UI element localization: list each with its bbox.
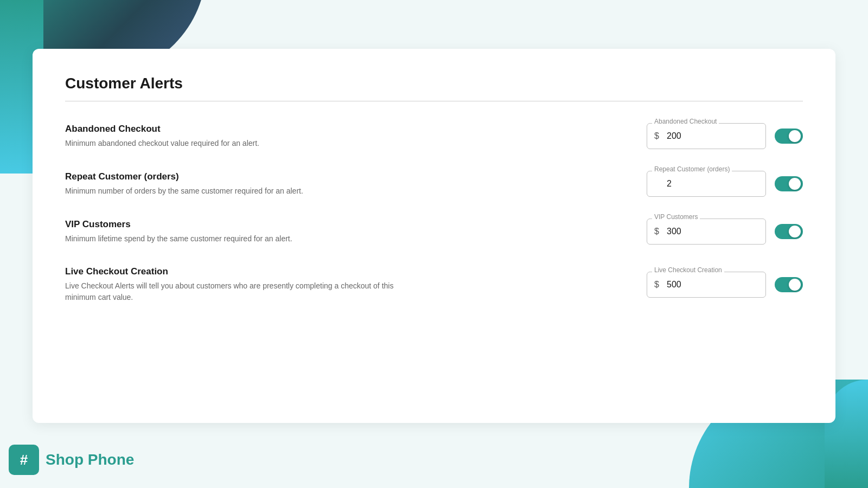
input-wrapper-live-checkout: Live Checkout Creation$ (647, 272, 766, 298)
input-field-repeat-customer[interactable] (647, 171, 766, 197)
toggle-track-abandoned-checkout (775, 129, 803, 144)
alert-title-vip-customers: VIP Customers (65, 219, 647, 230)
input-prefix-vip-customers: $ (654, 227, 659, 236)
input-wrapper-repeat-customer: Repeat Customer (orders) (647, 171, 766, 197)
alert-controls-abandoned-checkout: Abandoned Checkout$ (647, 123, 803, 149)
page-title: Customer Alerts (65, 75, 803, 92)
alert-title-abandoned-checkout: Abandoned Checkout (65, 124, 647, 134)
alert-description-repeat-customer: Minimum number of orders by the same cus… (65, 185, 401, 197)
alert-controls-live-checkout: Live Checkout Creation$ (647, 272, 803, 298)
alert-info-vip-customers: VIP CustomersMinimum lifetime spend by t… (65, 219, 647, 245)
input-wrapper-vip-customers: VIP Customers$ (647, 219, 766, 245)
brand-icon: # (9, 445, 39, 475)
input-label-abandoned-checkout: Abandoned Checkout (652, 118, 719, 125)
alert-title-live-checkout: Live Checkout Creation (65, 266, 647, 277)
input-wrapper-abandoned-checkout: Abandoned Checkout$ (647, 123, 766, 149)
toggle-thumb-repeat-customer (789, 178, 801, 190)
toggle-thumb-abandoned-checkout (789, 130, 801, 142)
input-prefix-live-checkout: $ (654, 280, 659, 290)
toggle-track-live-checkout (775, 277, 803, 292)
alert-controls-repeat-customer: Repeat Customer (orders) (647, 171, 803, 197)
alert-description-live-checkout: Live Checkout Alerts will tell you about… (65, 280, 401, 303)
input-label-vip-customers: VIP Customers (652, 213, 700, 221)
toggle-vip-customers[interactable] (775, 224, 803, 239)
input-label-live-checkout: Live Checkout Creation (652, 266, 724, 274)
alert-row-abandoned-checkout: Abandoned CheckoutMinimum abandoned chec… (65, 123, 803, 149)
input-field-abandoned-checkout[interactable] (647, 123, 766, 149)
main-card: Customer Alerts Abandoned CheckoutMinimu… (33, 49, 835, 423)
alerts-container: Abandoned CheckoutMinimum abandoned chec… (65, 123, 803, 303)
toggle-live-checkout[interactable] (775, 277, 803, 292)
title-divider (65, 101, 803, 101)
toggle-thumb-live-checkout (789, 279, 801, 291)
input-label-repeat-customer: Repeat Customer (orders) (652, 165, 732, 173)
branding: # Shop Phone (9, 445, 134, 475)
toggle-abandoned-checkout[interactable] (775, 129, 803, 144)
alert-info-repeat-customer: Repeat Customer (orders)Minimum number o… (65, 171, 647, 197)
toggle-repeat-customer[interactable] (775, 176, 803, 191)
toggle-track-vip-customers (775, 224, 803, 239)
brand-name: Shop Phone (46, 451, 134, 468)
alert-row-repeat-customer: Repeat Customer (orders)Minimum number o… (65, 171, 803, 197)
alert-info-live-checkout: Live Checkout CreationLive Checkout Aler… (65, 266, 647, 303)
alert-row-live-checkout: Live Checkout CreationLive Checkout Aler… (65, 266, 803, 303)
alert-controls-vip-customers: VIP Customers$ (647, 219, 803, 245)
alert-info-abandoned-checkout: Abandoned CheckoutMinimum abandoned chec… (65, 124, 647, 149)
alert-row-vip-customers: VIP CustomersMinimum lifetime spend by t… (65, 219, 803, 245)
alert-title-repeat-customer: Repeat Customer (orders) (65, 171, 647, 182)
toggle-thumb-vip-customers (789, 226, 801, 237)
input-prefix-abandoned-checkout: $ (654, 131, 659, 141)
input-field-live-checkout[interactable] (647, 272, 766, 298)
toggle-track-repeat-customer (775, 176, 803, 191)
alert-description-vip-customers: Minimum lifetime spend by the same custo… (65, 233, 401, 245)
input-field-vip-customers[interactable] (647, 219, 766, 245)
alert-description-abandoned-checkout: Minimum abandoned checkout value require… (65, 138, 401, 149)
